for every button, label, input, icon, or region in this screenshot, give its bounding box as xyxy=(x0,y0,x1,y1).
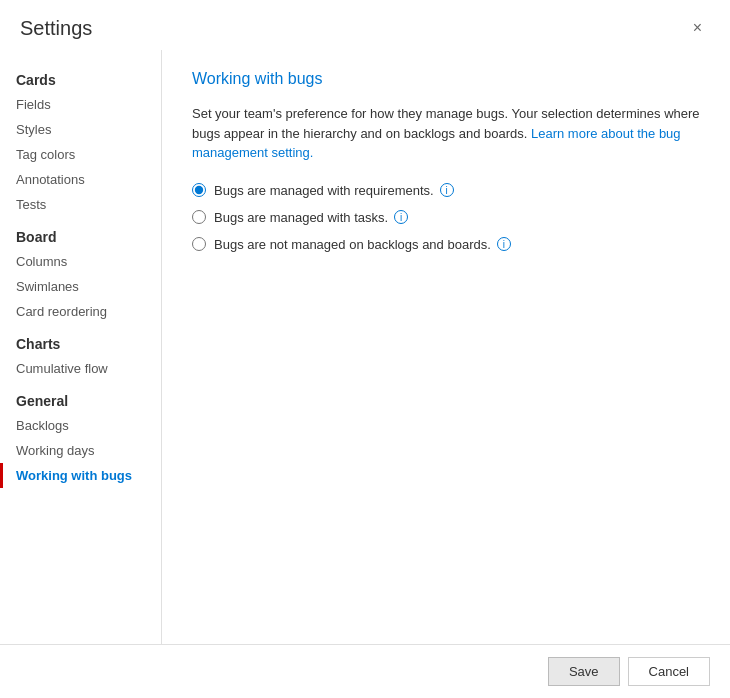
dialog-footer: Save Cancel xyxy=(0,644,730,698)
radio-input-opt3[interactable] xyxy=(192,237,206,251)
save-button[interactable]: Save xyxy=(548,657,620,686)
radio-label-opt3: Bugs are not managed on backlogs and boa… xyxy=(214,237,511,252)
close-button[interactable]: × xyxy=(685,16,710,40)
main-content: Working with bugs Set your team's prefer… xyxy=(162,50,730,644)
radio-option-opt1[interactable]: Bugs are managed with requirements. i xyxy=(192,183,700,198)
radio-label-opt2: Bugs are managed with tasks. i xyxy=(214,210,408,225)
radio-input-opt1[interactable] xyxy=(192,183,206,197)
info-icon-opt2[interactable]: i xyxy=(394,210,408,224)
radio-option-opt2[interactable]: Bugs are managed with tasks. i xyxy=(192,210,700,225)
sidebar-section-header: Cards xyxy=(0,60,161,92)
sidebar: CardsFieldsStylesTag colorsAnnotationsTe… xyxy=(0,50,162,644)
radio-option-opt3[interactable]: Bugs are not managed on backlogs and boa… xyxy=(192,237,700,252)
cancel-button[interactable]: Cancel xyxy=(628,657,710,686)
sidebar-item-annotations[interactable]: Annotations xyxy=(0,167,161,192)
section-title: Working with bugs xyxy=(192,70,700,88)
sidebar-item-styles[interactable]: Styles xyxy=(0,117,161,142)
sidebar-item-backlogs[interactable]: Backlogs xyxy=(0,413,161,438)
sidebar-item-cumulative-flow[interactable]: Cumulative flow xyxy=(0,356,161,381)
radio-group: Bugs are managed with requirements. iBug… xyxy=(192,183,700,252)
sidebar-section-header: Board xyxy=(0,217,161,249)
info-icon-opt1[interactable]: i xyxy=(440,183,454,197)
sidebar-item-tests[interactable]: Tests xyxy=(0,192,161,217)
dialog-body: CardsFieldsStylesTag colorsAnnotationsTe… xyxy=(0,50,730,644)
sidebar-item-tag-colors[interactable]: Tag colors xyxy=(0,142,161,167)
dialog-header: Settings × xyxy=(0,0,730,50)
sidebar-item-working-with-bugs[interactable]: Working with bugs xyxy=(0,463,161,488)
radio-label-opt1: Bugs are managed with requirements. i xyxy=(214,183,454,198)
sidebar-item-working-days[interactable]: Working days xyxy=(0,438,161,463)
sidebar-item-columns[interactable]: Columns xyxy=(0,249,161,274)
sidebar-item-fields[interactable]: Fields xyxy=(0,92,161,117)
description: Set your team's preference for how they … xyxy=(192,104,700,163)
sidebar-section-header: Charts xyxy=(0,324,161,356)
sidebar-item-card-reordering[interactable]: Card reordering xyxy=(0,299,161,324)
radio-input-opt2[interactable] xyxy=(192,210,206,224)
sidebar-item-swimlanes[interactable]: Swimlanes xyxy=(0,274,161,299)
sidebar-section-header: General xyxy=(0,381,161,413)
settings-dialog: Settings × CardsFieldsStylesTag colorsAn… xyxy=(0,0,730,698)
dialog-title: Settings xyxy=(20,17,92,40)
info-icon-opt3[interactable]: i xyxy=(497,237,511,251)
